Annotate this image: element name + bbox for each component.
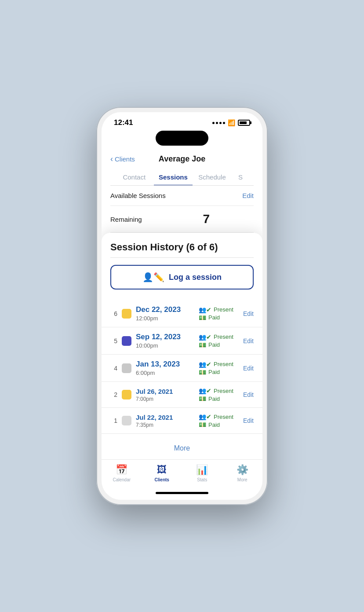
back-chevron-icon: ‹ xyxy=(110,154,113,164)
payment-row-2: 💵 Paid xyxy=(199,395,233,402)
nav-clients-label: Clients xyxy=(155,477,169,482)
session-item-5: 5 Sep 12, 2023 10:00pm 👥✔ Present 💵 xyxy=(102,327,262,355)
attendance-label-1: Present xyxy=(214,414,233,420)
payment-row-5: 💵 Paid xyxy=(199,341,233,348)
session-date-block-2: Jul 26, 2021 7:00pm xyxy=(136,388,194,402)
nav-calendar[interactable]: 📅 Calendar xyxy=(102,464,142,482)
session-status-6: 👥✔ Present 💵 Paid xyxy=(199,306,233,321)
session-num-4: 4 xyxy=(110,365,117,372)
sheet-header: Session History (6 of 6) xyxy=(102,242,262,257)
more-icon: ⚙️ xyxy=(237,464,248,476)
tab-contact[interactable]: Contact xyxy=(115,169,154,185)
app-header: ‹ Clients Average Joe Contact Sessions S… xyxy=(102,149,262,186)
attendance-icon-2: 👥✔ xyxy=(199,387,211,394)
payment-icon-1: 💵 xyxy=(199,421,206,428)
payment-row-1: 💵 Paid xyxy=(199,421,233,428)
nav-bar: ‹ Clients Average Joe xyxy=(110,153,254,169)
tab-more[interactable]: S xyxy=(232,169,249,185)
remaining-value: 7 xyxy=(203,212,210,226)
available-sessions-edit[interactable]: Edit xyxy=(242,192,254,199)
session-date-block-6: Dec 22, 2023 12:00pm xyxy=(136,305,194,322)
session-color-4 xyxy=(122,363,131,373)
clients-icon: 🖼 xyxy=(157,464,167,476)
nav-more[interactable]: ⚙️ More xyxy=(222,464,263,482)
payment-row-4: 💵 Paid xyxy=(199,369,233,376)
session-edit-4[interactable]: Edit xyxy=(243,365,254,372)
attendance-row-2: 👥✔ Present xyxy=(199,387,233,394)
divider-1 xyxy=(110,257,254,258)
page-title: Average Joe xyxy=(159,154,205,164)
tabs: Contact Sessions Schedule S xyxy=(110,169,254,186)
attendance-icon-1: 👥✔ xyxy=(199,413,211,420)
attendance-label-5: Present xyxy=(214,333,233,340)
session-date-5: Sep 12, 2023 xyxy=(136,333,194,341)
attendance-row-4: 👥✔ Present xyxy=(199,361,233,368)
back-label: Clients xyxy=(115,155,135,163)
nav-calendar-label: Calendar xyxy=(113,477,131,482)
session-item-4: 4 Jan 13, 2023 6:00pm 👥✔ Present 💵 xyxy=(102,355,262,382)
payment-icon-2: 💵 xyxy=(199,395,206,402)
payment-label-2: Paid xyxy=(208,396,220,402)
session-time-5: 10:00pm xyxy=(136,342,194,349)
nav-clients[interactable]: 🖼 Clients xyxy=(142,464,182,482)
session-edit-6[interactable]: Edit xyxy=(243,310,254,317)
status-time: 12:41 xyxy=(114,118,133,127)
session-edit-2[interactable]: Edit xyxy=(243,391,254,398)
session-edit-5[interactable]: Edit xyxy=(243,337,254,344)
attendance-row-6: 👥✔ Present xyxy=(199,306,233,313)
log-session-icon: 👤✏️ xyxy=(142,272,164,282)
session-num-2: 2 xyxy=(110,391,117,398)
session-status-5: 👥✔ Present 💵 Paid xyxy=(199,333,233,348)
phone-shell: 12:41 📶 ‹ Clients Average Joe xyxy=(96,107,268,505)
status-bar: 12:41 📶 xyxy=(102,112,262,131)
available-sessions-label: Available Sessions xyxy=(110,192,166,199)
payment-icon-5: 💵 xyxy=(199,341,206,348)
session-date-block-4: Jan 13, 2023 6:00pm xyxy=(136,360,194,376)
payment-icon-6: 💵 xyxy=(199,314,206,321)
session-color-6 xyxy=(122,309,131,319)
home-bar xyxy=(156,492,208,494)
nav-more-label: More xyxy=(237,477,248,482)
payment-row-6: 💵 Paid xyxy=(199,314,233,321)
back-button[interactable]: ‹ Clients xyxy=(110,154,135,164)
payment-label-1: Paid xyxy=(208,421,220,428)
more-link[interactable]: More xyxy=(102,437,262,459)
session-item-1: 1 Jul 22, 2021 7:35pm 👥✔ Present 💵 xyxy=(102,408,262,434)
session-time-1: 7:35pm xyxy=(136,422,194,428)
attendance-row-5: 👥✔ Present xyxy=(199,333,233,341)
available-sessions-row: Available Sessions Edit xyxy=(110,186,254,206)
attendance-icon-6: 👥✔ xyxy=(199,306,211,313)
session-num-6: 6 xyxy=(110,310,117,317)
wifi-icon: 📶 xyxy=(228,119,235,126)
session-edit-1[interactable]: Edit xyxy=(243,417,254,424)
session-status-4: 👥✔ Present 💵 Paid xyxy=(199,361,233,376)
history-title: Session History (6 of 6) xyxy=(110,242,254,253)
session-time-2: 7:00pm xyxy=(136,396,194,402)
session-date-1: Jul 22, 2021 xyxy=(136,414,194,421)
sessions-content: Available Sessions Edit Remaining 7 xyxy=(102,186,262,233)
attendance-row-1: 👥✔ Present xyxy=(199,413,233,420)
nav-stats[interactable]: 📊 Stats xyxy=(182,464,222,482)
phone-screen: 12:41 📶 ‹ Clients Average Joe xyxy=(102,112,262,500)
tab-schedule[interactable]: Schedule xyxy=(193,169,232,185)
session-history-sheet: Session History (6 of 6) 👤✏️ Log a sessi… xyxy=(102,233,262,500)
session-date-block-5: Sep 12, 2023 10:00pm xyxy=(136,333,194,349)
attendance-label-4: Present xyxy=(214,361,233,367)
session-date-2: Jul 26, 2021 xyxy=(136,388,194,395)
session-date-4: Jan 13, 2023 xyxy=(136,360,194,369)
payment-label-5: Paid xyxy=(208,341,220,348)
session-color-2 xyxy=(122,390,131,399)
session-color-1 xyxy=(122,416,131,425)
session-num-1: 1 xyxy=(110,417,117,424)
log-session-button[interactable]: 👤✏️ Log a session xyxy=(110,265,254,290)
payment-icon-4: 💵 xyxy=(199,369,206,376)
bottom-nav: 📅 Calendar 🖼 Clients 📊 Stats ⚙️ More xyxy=(102,459,262,486)
status-icons: 📶 xyxy=(212,119,250,126)
payment-label-6: Paid xyxy=(208,314,220,321)
remaining-row: Remaining 7 xyxy=(110,206,254,233)
calendar-icon: 📅 xyxy=(116,464,127,476)
stats-icon: 📊 xyxy=(196,464,208,476)
battery-icon xyxy=(238,120,250,126)
tab-sessions[interactable]: Sessions xyxy=(154,169,193,185)
session-status-1: 👥✔ Present 💵 Paid xyxy=(199,413,233,428)
